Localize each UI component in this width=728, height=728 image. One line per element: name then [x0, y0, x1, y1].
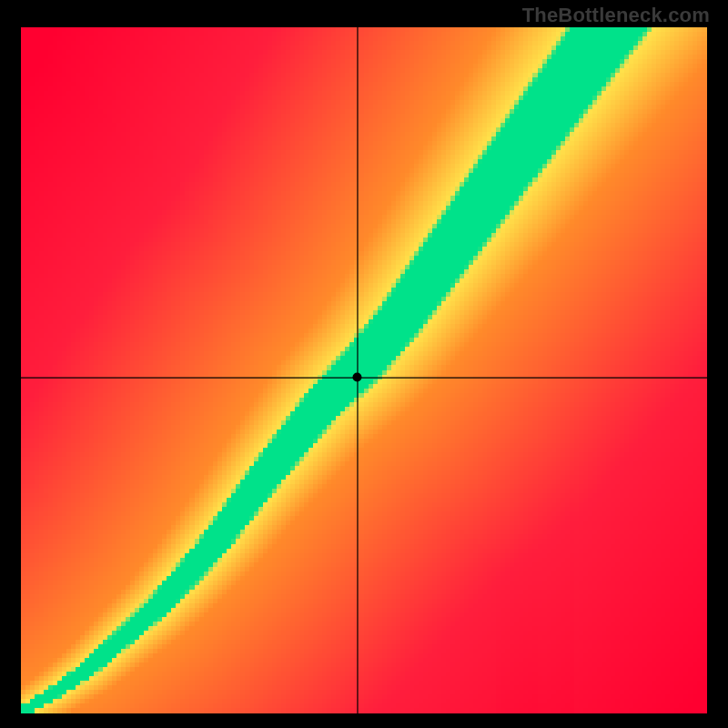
chart-frame: TheBottleneck.com [0, 0, 728, 728]
heatmap-canvas [21, 27, 707, 713]
watermark-text: TheBottleneck.com [522, 4, 710, 27]
heatmap-plot [21, 27, 707, 713]
